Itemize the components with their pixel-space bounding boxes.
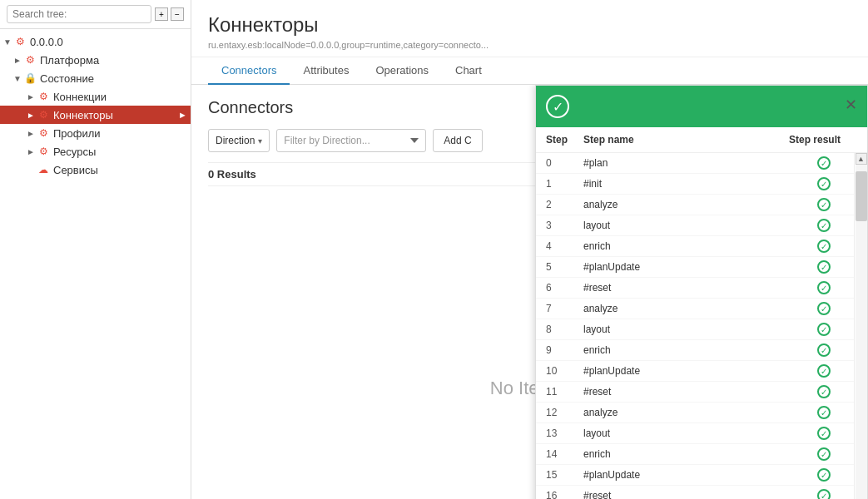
scrollbar-track	[856, 165, 867, 499]
result-ok-icon: ✓	[817, 281, 831, 294]
collapse-all-button[interactable]: −	[171, 7, 184, 21]
table-row: 3 layout ✓	[536, 215, 854, 236]
cell-step: 11	[546, 386, 583, 398]
progress-scrollbar: ▲ ▼	[854, 153, 867, 499]
progress-table-header: Step Step name Step result	[536, 127, 867, 153]
cell-result: ✓	[769, 364, 844, 378]
tree-arrow-profiles: ►	[27, 129, 37, 138]
tab-connectors[interactable]: Connectors	[208, 57, 290, 85]
sidebar-search-area: + −	[0, 0, 191, 29]
cell-step: 9	[546, 344, 583, 356]
cell-step: 13	[546, 427, 583, 439]
cell-step: 1	[546, 178, 583, 190]
result-ok-icon: ✓	[817, 343, 831, 357]
cell-name: #plan	[583, 157, 769, 169]
tree-icon-connections: ⚙	[37, 90, 50, 103]
result-ok-icon: ✓	[817, 406, 831, 419]
cell-result: ✓	[769, 260, 844, 274]
sidebar-item-services[interactable]: ☁ Сервисы	[0, 161, 191, 179]
tree-icon-profiles: ⚙	[37, 126, 50, 140]
cell-step: 15	[546, 469, 583, 481]
progress-close-button[interactable]: ✕	[845, 96, 857, 114]
result-ok-icon: ✓	[817, 489, 831, 499]
main-panel: Коннекторы ru.entaxy.esb:localNode=0.0.0…	[191, 0, 868, 499]
tree-label-resources: Ресурсы	[53, 146, 96, 158]
active-arrow: ►	[178, 110, 187, 120]
cell-result: ✓	[769, 406, 844, 419]
cell-step: 14	[546, 448, 583, 460]
result-ok-icon: ✓	[817, 198, 831, 211]
expand-all-button[interactable]: +	[155, 7, 168, 21]
tree-icon-resources: ⚙	[37, 145, 50, 158]
cell-step: 0	[546, 157, 583, 169]
cell-name: layout	[583, 220, 769, 231]
table-row: 8 layout ✓	[536, 319, 854, 340]
cell-step: 12	[546, 407, 583, 418]
sidebar-item-platform[interactable]: ► ⚙ Платформа	[0, 51, 191, 69]
result-ok-icon: ✓	[817, 156, 831, 170]
result-ok-icon: ✓	[817, 468, 831, 482]
add-connector-button[interactable]: Add C	[433, 129, 482, 152]
progress-check-icon: ✓	[546, 95, 569, 118]
table-row: 16 #reset ✓	[536, 486, 854, 499]
tree-label-state: Состояние	[40, 72, 94, 85]
cell-step: 6	[546, 282, 583, 294]
tab-chart[interactable]: Chart	[442, 57, 495, 85]
cell-name: enrich	[583, 240, 769, 252]
result-ok-icon: ✓	[817, 427, 831, 440]
cell-result: ✓	[769, 489, 844, 499]
tree-expand-collapse: + −	[155, 7, 184, 21]
table-row: 1 #init ✓	[536, 174, 854, 195]
cell-result: ✓	[769, 177, 844, 190]
sidebar-item-profiles[interactable]: ► ⚙ Профили	[0, 124, 191, 142]
tree-label-node-0000: 0.0.0.0	[30, 36, 63, 48]
table-row: 0 #plan ✓	[536, 153, 854, 174]
table-row: 11 #reset ✓	[536, 382, 854, 403]
result-ok-icon: ✓	[817, 177, 831, 190]
sidebar-item-connectors[interactable]: ► ⚙ Коннекторы ►	[0, 106, 191, 124]
progress-scroll-area[interactable]: 0 #plan ✓ 1 #init ✓ 2 analyze ✓ 3 layout…	[536, 153, 854, 499]
table-row: 10 #planUpdate ✓	[536, 361, 854, 382]
tree-icon-state: 🔒	[23, 72, 37, 85]
cell-result: ✓	[769, 343, 844, 357]
page-title: Коннекторы	[208, 13, 851, 37]
result-ok-icon: ✓	[817, 447, 831, 461]
tree-icon-platform: ⚙	[23, 53, 37, 67]
cell-result: ✓	[769, 219, 844, 232]
direction-filter-button[interactable]: Direction ▾	[208, 129, 270, 152]
sidebar-item-resources[interactable]: ► ⚙ Ресурсы	[0, 142, 191, 161]
tree-label-connectors: Коннекторы	[53, 109, 113, 121]
cell-result: ✓	[769, 427, 844, 440]
tab-attributes[interactable]: Attributes	[290, 57, 362, 85]
cell-step: 5	[546, 261, 583, 273]
search-input[interactable]	[7, 5, 151, 23]
sidebar-item-node-0000[interactable]: ▼ ⚙ 0.0.0.0	[0, 32, 191, 51]
cell-name: analyze	[583, 303, 769, 314]
tree-icon-node-0000: ⚙	[13, 35, 27, 48]
result-ok-icon: ✓	[817, 260, 831, 274]
sidebar-item-state[interactable]: ▼ 🔒 Состояние	[0, 69, 191, 87]
tab-operations[interactable]: Operations	[362, 57, 442, 85]
progress-panel: ✓ ✕ Step Step name Step result 0 #plan ✓…	[535, 85, 868, 499]
cell-result: ✓	[769, 156, 844, 170]
table-row: 13 layout ✓	[536, 423, 854, 444]
sidebar-item-connections[interactable]: ► ⚙ Коннекции	[0, 87, 191, 106]
tree-arrow-state: ▼	[13, 74, 23, 83]
tree-icon-services: ☁	[37, 163, 50, 176]
cell-step: 3	[546, 220, 583, 231]
table-row: 2 analyze ✓	[536, 195, 854, 215]
cell-step: 7	[546, 303, 583, 314]
cell-result: ✓	[769, 323, 844, 336]
scrollbar-thumb[interactable]	[856, 171, 867, 221]
scrollbar-up-button[interactable]: ▲	[856, 153, 867, 165]
cell-name: #init	[583, 178, 769, 190]
main-header: Коннекторы ru.entaxy.esb:localNode=0.0.0…	[191, 0, 868, 57]
table-row: 4 enrich ✓	[536, 236, 854, 257]
tree-arrow-platform: ►	[13, 56, 23, 65]
tree-label-platform: Платформа	[40, 54, 99, 67]
result-ok-icon: ✓	[817, 364, 831, 378]
cell-name: enrich	[583, 448, 769, 460]
direction-filter-select[interactable]: Filter by Direction...	[276, 129, 426, 152]
cell-name: layout	[583, 427, 769, 439]
tree-label-profiles: Профили	[53, 127, 101, 140]
